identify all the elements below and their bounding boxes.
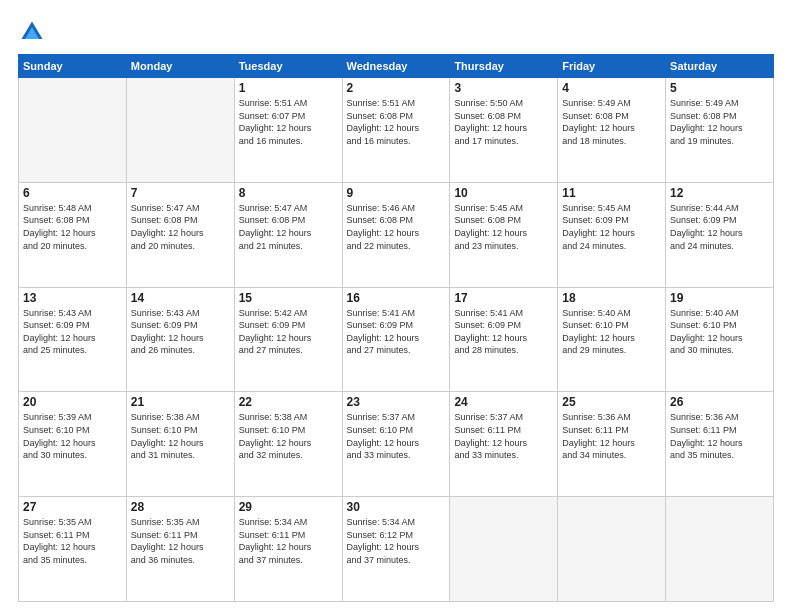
day-number: 8 <box>239 186 338 200</box>
day-info: Sunrise: 5:38 AM Sunset: 6:10 PM Dayligh… <box>131 411 230 461</box>
week-row-4: 20Sunrise: 5:39 AM Sunset: 6:10 PM Dayli… <box>19 392 774 497</box>
calendar-header-tuesday: Tuesday <box>234 55 342 78</box>
calendar-cell: 2Sunrise: 5:51 AM Sunset: 6:08 PM Daylig… <box>342 78 450 183</box>
calendar-table: SundayMondayTuesdayWednesdayThursdayFrid… <box>18 54 774 602</box>
day-number: 27 <box>23 500 122 514</box>
calendar-cell: 23Sunrise: 5:37 AM Sunset: 6:10 PM Dayli… <box>342 392 450 497</box>
calendar-cell: 27Sunrise: 5:35 AM Sunset: 6:11 PM Dayli… <box>19 497 127 602</box>
day-info: Sunrise: 5:47 AM Sunset: 6:08 PM Dayligh… <box>131 202 230 252</box>
calendar-cell: 30Sunrise: 5:34 AM Sunset: 6:12 PM Dayli… <box>342 497 450 602</box>
day-info: Sunrise: 5:45 AM Sunset: 6:08 PM Dayligh… <box>454 202 553 252</box>
day-info: Sunrise: 5:40 AM Sunset: 6:10 PM Dayligh… <box>562 307 661 357</box>
day-info: Sunrise: 5:36 AM Sunset: 6:11 PM Dayligh… <box>562 411 661 461</box>
day-info: Sunrise: 5:47 AM Sunset: 6:08 PM Dayligh… <box>239 202 338 252</box>
day-info: Sunrise: 5:36 AM Sunset: 6:11 PM Dayligh… <box>670 411 769 461</box>
calendar-cell: 21Sunrise: 5:38 AM Sunset: 6:10 PM Dayli… <box>126 392 234 497</box>
day-number: 25 <box>562 395 661 409</box>
day-number: 19 <box>670 291 769 305</box>
calendar-cell: 19Sunrise: 5:40 AM Sunset: 6:10 PM Dayli… <box>666 287 774 392</box>
calendar-cell: 9Sunrise: 5:46 AM Sunset: 6:08 PM Daylig… <box>342 182 450 287</box>
calendar-cell: 20Sunrise: 5:39 AM Sunset: 6:10 PM Dayli… <box>19 392 127 497</box>
day-info: Sunrise: 5:45 AM Sunset: 6:09 PM Dayligh… <box>562 202 661 252</box>
day-number: 12 <box>670 186 769 200</box>
calendar-cell: 25Sunrise: 5:36 AM Sunset: 6:11 PM Dayli… <box>558 392 666 497</box>
day-number: 24 <box>454 395 553 409</box>
calendar-header-wednesday: Wednesday <box>342 55 450 78</box>
header <box>18 18 774 46</box>
week-row-2: 6Sunrise: 5:48 AM Sunset: 6:08 PM Daylig… <box>19 182 774 287</box>
day-number: 3 <box>454 81 553 95</box>
day-info: Sunrise: 5:37 AM Sunset: 6:10 PM Dayligh… <box>347 411 446 461</box>
calendar-cell: 16Sunrise: 5:41 AM Sunset: 6:09 PM Dayli… <box>342 287 450 392</box>
day-number: 29 <box>239 500 338 514</box>
day-number: 17 <box>454 291 553 305</box>
calendar-cell: 1Sunrise: 5:51 AM Sunset: 6:07 PM Daylig… <box>234 78 342 183</box>
day-info: Sunrise: 5:43 AM Sunset: 6:09 PM Dayligh… <box>23 307 122 357</box>
day-number: 23 <box>347 395 446 409</box>
logo-icon <box>18 18 46 46</box>
calendar-cell: 5Sunrise: 5:49 AM Sunset: 6:08 PM Daylig… <box>666 78 774 183</box>
calendar-cell <box>19 78 127 183</box>
logo <box>18 18 50 46</box>
calendar-cell: 7Sunrise: 5:47 AM Sunset: 6:08 PM Daylig… <box>126 182 234 287</box>
day-number: 30 <box>347 500 446 514</box>
day-number: 7 <box>131 186 230 200</box>
day-info: Sunrise: 5:37 AM Sunset: 6:11 PM Dayligh… <box>454 411 553 461</box>
day-number: 1 <box>239 81 338 95</box>
day-number: 13 <box>23 291 122 305</box>
calendar-cell: 4Sunrise: 5:49 AM Sunset: 6:08 PM Daylig… <box>558 78 666 183</box>
day-info: Sunrise: 5:35 AM Sunset: 6:11 PM Dayligh… <box>23 516 122 566</box>
calendar-header-thursday: Thursday <box>450 55 558 78</box>
calendar-cell: 22Sunrise: 5:38 AM Sunset: 6:10 PM Dayli… <box>234 392 342 497</box>
calendar-cell: 24Sunrise: 5:37 AM Sunset: 6:11 PM Dayli… <box>450 392 558 497</box>
calendar-cell: 29Sunrise: 5:34 AM Sunset: 6:11 PM Dayli… <box>234 497 342 602</box>
day-number: 10 <box>454 186 553 200</box>
calendar-header-saturday: Saturday <box>666 55 774 78</box>
day-number: 2 <box>347 81 446 95</box>
day-info: Sunrise: 5:43 AM Sunset: 6:09 PM Dayligh… <box>131 307 230 357</box>
day-info: Sunrise: 5:51 AM Sunset: 6:07 PM Dayligh… <box>239 97 338 147</box>
calendar-cell: 15Sunrise: 5:42 AM Sunset: 6:09 PM Dayli… <box>234 287 342 392</box>
week-row-1: 1Sunrise: 5:51 AM Sunset: 6:07 PM Daylig… <box>19 78 774 183</box>
day-info: Sunrise: 5:41 AM Sunset: 6:09 PM Dayligh… <box>347 307 446 357</box>
calendar-cell: 6Sunrise: 5:48 AM Sunset: 6:08 PM Daylig… <box>19 182 127 287</box>
day-info: Sunrise: 5:48 AM Sunset: 6:08 PM Dayligh… <box>23 202 122 252</box>
calendar-cell: 17Sunrise: 5:41 AM Sunset: 6:09 PM Dayli… <box>450 287 558 392</box>
day-number: 18 <box>562 291 661 305</box>
calendar-cell: 8Sunrise: 5:47 AM Sunset: 6:08 PM Daylig… <box>234 182 342 287</box>
calendar-header-row: SundayMondayTuesdayWednesdayThursdayFrid… <box>19 55 774 78</box>
day-info: Sunrise: 5:49 AM Sunset: 6:08 PM Dayligh… <box>562 97 661 147</box>
calendar-header-friday: Friday <box>558 55 666 78</box>
day-number: 5 <box>670 81 769 95</box>
day-number: 21 <box>131 395 230 409</box>
calendar-cell: 10Sunrise: 5:45 AM Sunset: 6:08 PM Dayli… <box>450 182 558 287</box>
day-number: 20 <box>23 395 122 409</box>
day-info: Sunrise: 5:51 AM Sunset: 6:08 PM Dayligh… <box>347 97 446 147</box>
day-number: 4 <box>562 81 661 95</box>
day-info: Sunrise: 5:34 AM Sunset: 6:12 PM Dayligh… <box>347 516 446 566</box>
day-info: Sunrise: 5:44 AM Sunset: 6:09 PM Dayligh… <box>670 202 769 252</box>
day-info: Sunrise: 5:50 AM Sunset: 6:08 PM Dayligh… <box>454 97 553 147</box>
day-number: 22 <box>239 395 338 409</box>
calendar-cell: 18Sunrise: 5:40 AM Sunset: 6:10 PM Dayli… <box>558 287 666 392</box>
calendar-cell: 14Sunrise: 5:43 AM Sunset: 6:09 PM Dayli… <box>126 287 234 392</box>
day-number: 28 <box>131 500 230 514</box>
day-info: Sunrise: 5:34 AM Sunset: 6:11 PM Dayligh… <box>239 516 338 566</box>
day-info: Sunrise: 5:49 AM Sunset: 6:08 PM Dayligh… <box>670 97 769 147</box>
day-info: Sunrise: 5:40 AM Sunset: 6:10 PM Dayligh… <box>670 307 769 357</box>
calendar-cell: 12Sunrise: 5:44 AM Sunset: 6:09 PM Dayli… <box>666 182 774 287</box>
calendar-cell <box>450 497 558 602</box>
day-info: Sunrise: 5:41 AM Sunset: 6:09 PM Dayligh… <box>454 307 553 357</box>
day-number: 26 <box>670 395 769 409</box>
day-info: Sunrise: 5:42 AM Sunset: 6:09 PM Dayligh… <box>239 307 338 357</box>
day-info: Sunrise: 5:46 AM Sunset: 6:08 PM Dayligh… <box>347 202 446 252</box>
day-number: 9 <box>347 186 446 200</box>
calendar-cell <box>558 497 666 602</box>
calendar-cell <box>126 78 234 183</box>
day-info: Sunrise: 5:35 AM Sunset: 6:11 PM Dayligh… <box>131 516 230 566</box>
calendar-header-sunday: Sunday <box>19 55 127 78</box>
calendar-cell: 3Sunrise: 5:50 AM Sunset: 6:08 PM Daylig… <box>450 78 558 183</box>
calendar-cell: 26Sunrise: 5:36 AM Sunset: 6:11 PM Dayli… <box>666 392 774 497</box>
day-number: 16 <box>347 291 446 305</box>
calendar-header-monday: Monday <box>126 55 234 78</box>
